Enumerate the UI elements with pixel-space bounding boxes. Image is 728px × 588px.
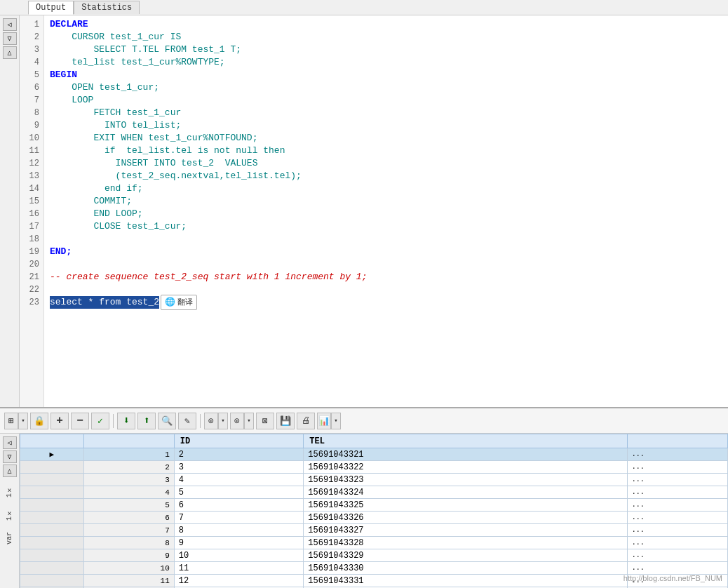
row-indicator — [20, 575, 84, 587]
side-label-var: var — [6, 532, 13, 544]
tab-statistics[interactable]: Statistics — [74, 1, 140, 14]
results-left-btn-2[interactable]: ▽ — [3, 450, 17, 463]
side-label-2: 1× — [6, 509, 13, 521]
extra-cell: ... — [627, 486, 727, 499]
code-line: EXIT WHEN test_1_cur%NOTFOUND; — [50, 132, 728, 145]
id-cell: 4 — [174, 474, 304, 486]
row-indicator — [20, 474, 84, 486]
left-btn-1[interactable]: ◁ — [3, 18, 17, 31]
row-indicator — [20, 512, 84, 524]
code-line: END; — [50, 246, 728, 258]
table-row[interactable]: 2315691043322... — [20, 461, 728, 474]
toolbar-up-btn[interactable]: ⬆ — [137, 413, 156, 429]
line-number: 18 — [20, 233, 43, 246]
toolbar-save-btn[interactable]: 💾 — [276, 413, 295, 429]
toolbar-grid-btn[interactable]: ⊞ — [4, 413, 18, 429]
toolbar-chart-dropdown-btn[interactable]: ▾ — [331, 413, 341, 429]
line-numbers: 1234567891011121314151617181920212223 — [20, 15, 44, 407]
code-token: COMMIT; — [50, 195, 132, 208]
table-row[interactable]: 111215691043331... — [20, 575, 728, 587]
row-indicator — [20, 524, 84, 537]
id-cell: 11 — [174, 562, 304, 575]
extra-cell: ... — [627, 562, 727, 575]
row-number: 8 — [83, 537, 174, 549]
code-line: tel_list test_1_cur%ROWTYPE; — [50, 56, 728, 69]
id-cell: 9 — [174, 537, 304, 549]
tel-cell: 15691043331 — [304, 575, 627, 587]
id-cell: 3 — [174, 461, 304, 474]
code-token: FETCH test_1_cur — [50, 107, 181, 119]
code-line: FETCH test_1_cur — [50, 107, 728, 119]
code-token: DECLARE — [50, 18, 88, 31]
code-line: end if; — [50, 182, 728, 195]
toolbar-import-btn[interactable]: ⊠ — [256, 413, 274, 429]
table-row[interactable]: 7815691043327... — [20, 524, 728, 537]
toolbar-copy-btn[interactable]: ⊙ — [204, 413, 218, 429]
toolbar-remove-btn[interactable]: − — [71, 413, 89, 429]
translate-icon: 🌐 — [165, 296, 175, 309]
results-table-container[interactable]: IDTEL▶1215691043321...2315691043322...34… — [20, 434, 728, 588]
row-number: 2 — [83, 461, 174, 474]
line-number: 6 — [20, 81, 43, 94]
table-row[interactable]: 91015691043329... — [20, 549, 728, 562]
code-token: LOOP — [50, 94, 93, 107]
left-btn-3[interactable]: △ — [3, 46, 17, 59]
toolbar-lock-btn[interactable]: 🔒 — [30, 413, 48, 429]
toolbar-copy-dropdown-btn[interactable]: ▾ — [218, 413, 228, 429]
toolbar-copy-dropdown: ⊙ ▾ — [204, 413, 228, 429]
table-row[interactable]: 6715691043326... — [20, 512, 728, 524]
code-token: END; — [50, 246, 72, 258]
row-indicator — [20, 562, 84, 575]
extra-cell: ... — [627, 512, 727, 524]
code-line: OPEN test_1_cur; — [50, 81, 728, 94]
row-number: 9 — [83, 549, 174, 562]
line-number: 8 — [20, 107, 43, 119]
toolbar-edit-btn[interactable]: ✎ — [178, 413, 196, 429]
translate-label: 翻译 — [177, 296, 193, 309]
code-line: CURSOR test_1_cur IS — [50, 31, 728, 44]
toolbar-grid-dropdown: ⊞ ▾ — [4, 413, 28, 429]
line-number: 11 — [20, 145, 43, 157]
results-left-btn-3[interactable]: △ — [3, 465, 17, 477]
row-number: 1 — [83, 448, 174, 461]
toolbar-sep-2 — [200, 414, 201, 428]
editor-left-panel: ◁ ▽ △ — [0, 15, 20, 407]
toolbar-down-btn[interactable]: ⬇ — [117, 413, 135, 429]
table-row[interactable]: 3415691043323... — [20, 474, 728, 486]
left-btn-2[interactable]: ▽ — [3, 32, 17, 45]
results-column-header — [627, 434, 727, 448]
toolbar-paste-dropdown-btn[interactable]: ▾ — [244, 413, 254, 429]
code-token: (test_2_seq.nextval,tel_list.tel); — [50, 170, 302, 182]
toolbar-print-btn[interactable]: 🖨 — [297, 413, 315, 429]
extra-cell: ... — [627, 448, 727, 461]
code-content[interactable]: DECLARE CURSOR test_1_cur IS SELECT T.TE… — [44, 15, 728, 407]
table-row[interactable]: 4515691043324... — [20, 486, 728, 499]
table-row[interactable]: ▶1215691043321... — [20, 448, 728, 461]
toolbar-grid-dropdown-btn[interactable]: ▾ — [18, 413, 28, 429]
translate-popup[interactable]: 🌐翻译 — [161, 295, 197, 310]
tel-cell: 15691043326 — [304, 512, 627, 524]
toolbar-paste-btn[interactable]: ⊙ — [230, 413, 244, 429]
table-row[interactable]: 5615691043325... — [20, 499, 728, 512]
line-number: 19 — [20, 246, 43, 258]
line-number: 5 — [20, 69, 43, 81]
tel-cell: 15691043325 — [304, 499, 627, 512]
tab-output[interactable]: Output — [28, 1, 74, 15]
extra-cell: ... — [627, 474, 727, 486]
toolbar-search-btn[interactable]: 🔍 — [158, 413, 176, 429]
tel-cell: 15691043323 — [304, 474, 627, 486]
editor-container: ◁ ▽ △ 1234567891011121314151617181920212… — [0, 15, 728, 588]
line-number: 12 — [20, 157, 43, 170]
table-row[interactable]: 101115691043330... — [20, 562, 728, 575]
table-row[interactable]: 8915691043328... — [20, 537, 728, 549]
row-number: 5 — [83, 499, 174, 512]
toolbar-add-btn[interactable]: + — [50, 413, 69, 429]
line-number: 15 — [20, 195, 43, 208]
toolbar-sep-1 — [113, 414, 114, 428]
toolbar-chart-btn[interactable]: 📊 — [317, 413, 331, 429]
results-left-btn-1[interactable]: ◁ — [3, 436, 17, 449]
line-number: 9 — [20, 119, 43, 132]
toolbar-confirm-btn[interactable]: ✓ — [91, 413, 109, 429]
code-token: if tel_list.tel is not null then — [50, 145, 285, 157]
tel-cell: 15691043330 — [304, 562, 627, 575]
